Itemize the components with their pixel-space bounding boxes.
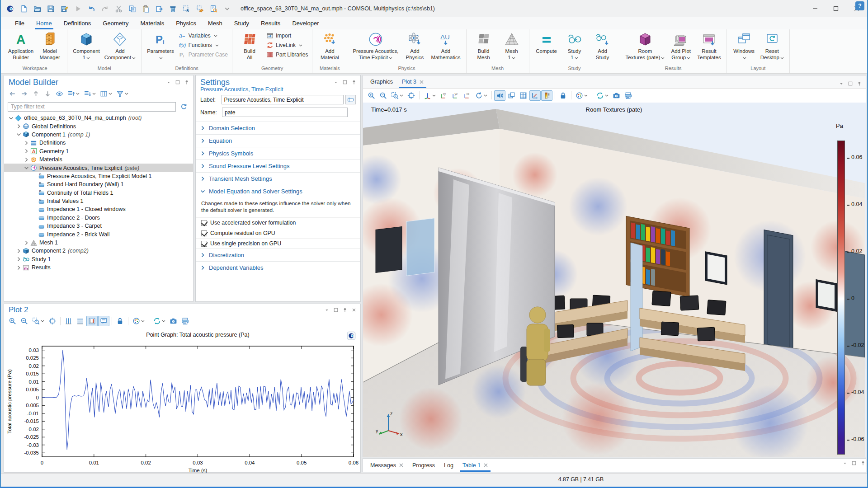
- tree-node[interactable]: Pressure Acoustics, Time Explicit(pate): [4, 164, 193, 172]
- scene-light-button[interactable]: [506, 90, 517, 101]
- ribbon-pressure-acoustics-time-explicit-button[interactable]: Pressure Acoustics, Time Explicit: [350, 31, 401, 61]
- annotations-button[interactable]: [98, 316, 109, 326]
- grid-button[interactable]: [518, 90, 529, 101]
- tree-node[interactable]: Mesh 1: [4, 239, 193, 247]
- save-as-button[interactable]: [60, 4, 69, 14]
- comsol-plot-badge-icon[interactable]: [347, 331, 356, 340]
- duplicate-button[interactable]: [155, 4, 164, 14]
- zoom-box-button[interactable]: [389, 90, 405, 101]
- room-3d-scene[interactable]: [363, 103, 866, 457]
- menu-definitions[interactable]: Definitions: [58, 17, 97, 29]
- checkbox-use-accelerated-solver-formulation[interactable]: Use accelerated solver formulation: [196, 217, 360, 228]
- tree-node[interactable]: Study 1: [4, 255, 193, 263]
- name-field-input[interactable]: [222, 108, 348, 117]
- select-box-button[interactable]: [182, 4, 191, 14]
- customize-toolbar-button[interactable]: [222, 4, 232, 14]
- tree-node[interactable]: Component 1(comp 1): [4, 131, 193, 139]
- collapse-all-button[interactable]: [82, 89, 98, 99]
- ribbon-add-mathematics-button[interactable]: ΔU Add Mathematics: [429, 31, 462, 61]
- image-snapshot-button[interactable]: [611, 90, 622, 101]
- ribbon-room-textures-pate--button[interactable]: Room Textures (pate): [623, 31, 667, 61]
- ribbon-build-mesh-button[interactable]: Build Mesh: [470, 31, 498, 61]
- close-panel-button[interactable]: [351, 307, 357, 314]
- menu-physics[interactable]: Physics: [170, 17, 202, 29]
- menu-geometry[interactable]: Geometry: [97, 17, 134, 29]
- tab-graphics[interactable]: Graphics: [366, 75, 397, 88]
- tree-node[interactable]: Impedance 1 - Closed windows: [4, 205, 193, 213]
- go-to-view-button[interactable]: [422, 90, 438, 101]
- expand-node-icon[interactable]: [16, 124, 21, 129]
- zoom-out-button[interactable]: [377, 90, 389, 101]
- ribbon-model-manager-button[interactable]: Model Manager: [36, 31, 64, 61]
- tree-node[interactable]: D Sound Hard Boundary (Wall) 1: [4, 180, 193, 188]
- filter-button[interactable]: [114, 89, 130, 99]
- tree-node[interactable]: D Initial Values 1: [4, 197, 193, 205]
- view-yz-button[interactable]: yz: [450, 90, 461, 101]
- ribbon-parameter-case-button[interactable]: PiParameter Case: [179, 51, 228, 58]
- zoom-extents-button[interactable]: [47, 316, 58, 326]
- ribbon-add-physics-button[interactable]: Add Physics: [401, 31, 429, 61]
- pin-button[interactable]: [184, 80, 189, 86]
- node-columns-button[interactable]: [98, 89, 114, 99]
- ribbon-add-material-button[interactable]: Add Material: [316, 31, 344, 61]
- pin-button[interactable]: [857, 81, 862, 88]
- refresh-button[interactable]: [179, 102, 189, 112]
- checkbox-compute-residual-on-gpu[interactable]: Compute residual on GPU: [196, 228, 360, 238]
- collapse-node-icon[interactable]: [16, 132, 21, 137]
- section-transient-mesh-settings[interactable]: Transient Mesh Settings: [196, 172, 360, 185]
- back-button[interactable]: [7, 89, 18, 99]
- section-equation[interactable]: Equation: [196, 134, 360, 147]
- zoom-extents-button[interactable]: [406, 90, 417, 101]
- image-settings-button[interactable]: [574, 90, 590, 101]
- menu-study[interactable]: Study: [228, 17, 255, 29]
- ribbon-import-button[interactable]: Import: [266, 32, 308, 39]
- menu-results[interactable]: Results: [255, 17, 286, 29]
- expand-node-icon[interactable]: [24, 157, 29, 162]
- zoom-out-button[interactable]: [19, 316, 30, 326]
- tree-node[interactable]: Impedance 2 - Brick Wall: [4, 230, 193, 238]
- undo-button[interactable]: [87, 4, 96, 14]
- section-model-equation-and-solver-settings[interactable]: Model Equation and Solver Settings: [196, 185, 360, 197]
- tree-node[interactable]: Component 2(comp2): [4, 247, 193, 255]
- view-xz-button[interactable]: xz: [462, 90, 473, 101]
- maximize-button[interactable]: [826, 0, 846, 17]
- tab-messages[interactable]: Messages: [366, 459, 408, 472]
- collapse-node-icon[interactable]: [9, 116, 14, 121]
- pin-button[interactable]: [342, 307, 348, 314]
- ribbon-add-plot-group-button[interactable]: Add Plot Group: [667, 31, 695, 61]
- menu-file[interactable]: File: [9, 17, 30, 29]
- ribbon-application-builder-button[interactable]: A Application Builder: [6, 31, 36, 61]
- y-grid-button[interactable]: [75, 316, 86, 326]
- ribbon-add-component-button[interactable]: Add Component: [102, 31, 138, 61]
- zoom-in-button[interactable]: [7, 316, 18, 326]
- section-discretization[interactable]: Discretization: [196, 249, 360, 261]
- float-panel-button[interactable]: [342, 80, 348, 86]
- ribbon-compute-button[interactable]: Compute: [533, 31, 561, 55]
- rename-button[interactable]: [345, 95, 356, 104]
- run-button[interactable]: [73, 4, 83, 14]
- find-button[interactable]: [209, 4, 218, 14]
- open-button[interactable]: [33, 4, 42, 14]
- chevron-down-button[interactable]: [842, 460, 848, 472]
- expand-node-icon[interactable]: [24, 141, 29, 145]
- tab-plot-3[interactable]: Plot 3: [397, 75, 428, 88]
- tree-node[interactable]: D Pressure Acoustics, Time Explicit Mode…: [4, 172, 193, 180]
- tree-node[interactable]: A Geometry 1: [4, 147, 193, 155]
- ribbon-build-all-button[interactable]: Build All: [236, 31, 264, 61]
- ribbon-reset-desktop-button[interactable]: Reset Desktop: [758, 31, 786, 61]
- float-panel-button[interactable]: [175, 80, 180, 86]
- show-axes-button[interactable]: [529, 90, 541, 101]
- ribbon-result-templates-button[interactable]: Result Templates: [695, 31, 723, 61]
- save-button[interactable]: [46, 4, 56, 14]
- copy-button[interactable]: [127, 4, 137, 14]
- print-button[interactable]: [179, 316, 191, 326]
- chevron-down-button[interactable]: [839, 81, 844, 88]
- chevron-down-button[interactable]: [324, 307, 330, 314]
- tab-close-icon[interactable]: [420, 80, 424, 84]
- tree-node[interactable]: Materials: [4, 155, 193, 164]
- cut-button[interactable]: [114, 4, 123, 14]
- move-up-button[interactable]: [30, 89, 42, 99]
- ribbon-mesh-1-button[interactable]: Mesh 1: [498, 31, 526, 61]
- section-dependent-variables[interactable]: Dependent Variables: [196, 261, 360, 274]
- tab-progress[interactable]: Progress: [408, 459, 439, 472]
